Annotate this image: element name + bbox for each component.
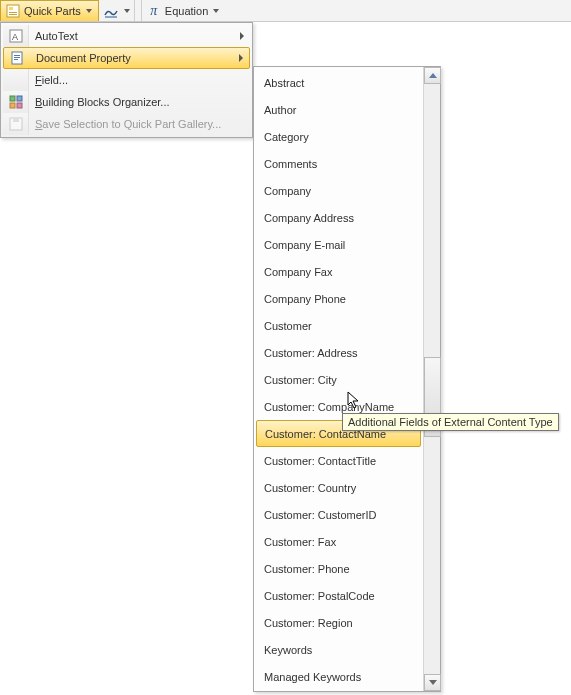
submenu-item[interactable]: Company Fax: [254, 258, 423, 285]
submenu-item[interactable]: Customer: Region: [254, 609, 423, 636]
submenu-item-label: Customer: Fax: [264, 536, 336, 548]
menu-item-building-blocks-organizer[interactable]: Building Blocks Organizer...: [3, 91, 250, 113]
svg-rect-2: [9, 12, 17, 13]
submenu-list: AbstractAuthorCategoryCommentsCompanyCom…: [254, 67, 423, 691]
submenu-item-label: Managed Keywords: [264, 671, 361, 683]
submenu-item-label: Customer: Country: [264, 482, 356, 494]
submenu-item-label: Customer: CompanyName: [264, 401, 394, 413]
menu-label: Document Property: [36, 52, 131, 64]
chevron-down-icon: [429, 680, 437, 685]
submenu-item-label: Customer: City: [264, 374, 337, 386]
menu-label: Building Blocks Organizer...: [35, 96, 170, 108]
submenu-item[interactable]: Customer: Country: [254, 474, 423, 501]
equation-icon: π: [146, 3, 162, 19]
menu-item-field[interactable]: Field...: [3, 69, 250, 91]
scrollbar[interactable]: [423, 67, 440, 691]
menu-label: Save Selection to Quick Part Gallery...: [35, 118, 221, 130]
submenu-item-label: Abstract: [264, 77, 304, 89]
scroll-down-button[interactable]: [424, 674, 441, 691]
submenu-item-label: Company Address: [264, 212, 354, 224]
svg-rect-0: [7, 5, 19, 17]
chevron-down-icon: [213, 9, 219, 13]
submenu-item[interactable]: Comments: [254, 150, 423, 177]
submenu-item[interactable]: Manager: [254, 690, 423, 691]
submenu-item-label: Customer: CustomerID: [264, 509, 376, 521]
document-property-icon: [4, 47, 30, 69]
submenu-item[interactable]: Company E-mail: [254, 231, 423, 258]
submenu-item[interactable]: Customer: ContactTitle: [254, 447, 423, 474]
svg-rect-12: [17, 96, 22, 101]
menu-label: Field...: [35, 74, 68, 86]
signature-icon: [103, 3, 119, 19]
submenu-item-label: Customer: Address: [264, 347, 358, 359]
submenu-item-label: Comments: [264, 158, 317, 170]
submenu-item-label: Company: [264, 185, 311, 197]
menu-item-autotext[interactable]: A AutoText: [3, 25, 250, 47]
submenu-item-label: Author: [264, 104, 296, 116]
submenu-item[interactable]: Author: [254, 96, 423, 123]
submenu-item[interactable]: Category: [254, 123, 423, 150]
submenu-item[interactable]: Company: [254, 177, 423, 204]
chevron-down-icon: [86, 9, 92, 13]
submenu-item[interactable]: Customer: Fax: [254, 528, 423, 555]
submenu-item-label: Company E-mail: [264, 239, 345, 251]
equation-button[interactable]: π Equation: [141, 0, 225, 21]
submenu-item[interactable]: Abstract: [254, 69, 423, 96]
submenu-item-label: Customer: Phone: [264, 563, 350, 575]
submenu-item-label: Customer: [264, 320, 312, 332]
svg-rect-14: [17, 103, 22, 108]
autotext-icon: A: [3, 25, 29, 47]
tooltip: Additional Fields of External Content Ty…: [342, 413, 559, 431]
quick-parts-button[interactable]: Quick Parts: [0, 0, 99, 21]
svg-rect-3: [9, 14, 17, 15]
document-property-submenu: AbstractAuthorCategoryCommentsCompanyCom…: [253, 66, 441, 692]
submenu-item[interactable]: Keywords: [254, 636, 423, 663]
scroll-up-button[interactable]: [424, 67, 441, 84]
submenu-item[interactable]: Customer: City: [254, 366, 423, 393]
submenu-item[interactable]: Customer: [254, 312, 423, 339]
svg-rect-10: [14, 59, 18, 60]
submenu-item-label: Company Phone: [264, 293, 346, 305]
submenu-item[interactable]: Company Address: [254, 204, 423, 231]
field-icon: [3, 69, 29, 91]
menu-label: AutoText: [35, 30, 78, 42]
submenu-item-label: Category: [264, 131, 309, 143]
menu-item-save-selection: Save Selection to Quick Part Gallery...: [3, 113, 250, 135]
submenu-item[interactable]: Company Phone: [254, 285, 423, 312]
signature-line-button[interactable]: [99, 0, 135, 21]
submenu-arrow-icon: [240, 32, 244, 40]
svg-rect-11: [10, 96, 15, 101]
submenu-item[interactable]: Customer: Address: [254, 339, 423, 366]
submenu-item-label: Company Fax: [264, 266, 332, 278]
quick-parts-menu: A AutoText Document Property Field... Bu…: [0, 22, 253, 138]
submenu-item[interactable]: Managed Keywords: [254, 663, 423, 690]
quick-parts-icon: [5, 3, 21, 19]
svg-rect-1: [9, 7, 13, 10]
submenu-item-label: Customer: Region: [264, 617, 353, 629]
svg-rect-13: [10, 103, 15, 108]
svg-rect-8: [14, 55, 20, 56]
ribbon-bar: Quick Parts π Equation: [0, 0, 571, 22]
svg-rect-9: [14, 57, 20, 58]
submenu-item-label: Keywords: [264, 644, 312, 656]
save-selection-icon: [3, 113, 29, 135]
quick-parts-label: Quick Parts: [24, 5, 81, 17]
submenu-item[interactable]: Customer: CustomerID: [254, 501, 423, 528]
menu-item-document-property[interactable]: Document Property: [3, 47, 250, 69]
chevron-up-icon: [429, 73, 437, 78]
equation-label: Equation: [165, 5, 208, 17]
svg-text:A: A: [12, 32, 18, 42]
submenu-item[interactable]: Customer: PostalCode: [254, 582, 423, 609]
submenu-arrow-icon: [239, 54, 243, 62]
submenu-item[interactable]: Customer: Phone: [254, 555, 423, 582]
svg-rect-16: [13, 118, 19, 122]
chevron-down-icon: [124, 9, 130, 13]
building-blocks-icon: [3, 91, 29, 113]
submenu-item-label: Customer: PostalCode: [264, 590, 375, 602]
submenu-item-label: Customer: ContactTitle: [264, 455, 376, 467]
